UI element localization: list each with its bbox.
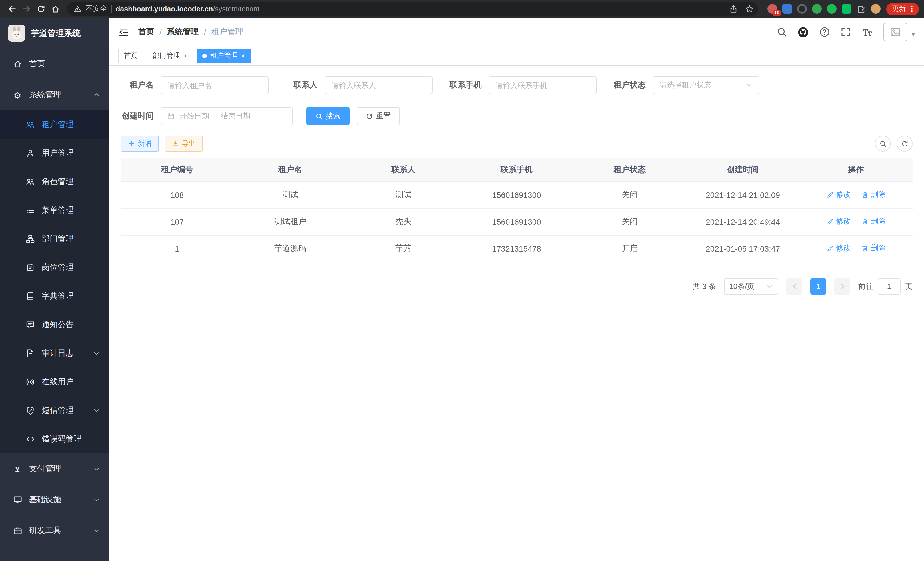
cell-tenant-name: 测试	[234, 181, 347, 208]
status-select-placeholder: 请选择租户状态	[659, 80, 711, 90]
home-icon	[13, 59, 22, 69]
sidebar-item-tenant[interactable]: 租户管理	[0, 110, 109, 139]
delete-button[interactable]: 删除	[861, 190, 886, 200]
delete-button[interactable]: 删除	[861, 217, 886, 227]
sidebar-toggle-button[interactable]	[118, 27, 129, 38]
phone-input[interactable]	[489, 77, 596, 94]
sidebar-item-dept[interactable]: 部门管理	[0, 225, 109, 253]
extension-icon-4[interactable]	[812, 4, 822, 14]
extension-icon-2[interactable]	[782, 4, 792, 14]
sidebar-item-home[interactable]: 首页	[0, 49, 109, 80]
toggle-search-button[interactable]	[875, 135, 891, 152]
avatar-caret-icon[interactable]: ▾	[912, 31, 915, 38]
close-icon[interactable]: ×	[241, 52, 245, 59]
share-icon[interactable]	[729, 5, 738, 13]
browser-update-button[interactable]: 更新 ⋮	[886, 3, 919, 15]
sidebar-item-post[interactable]: 岗位管理	[0, 253, 109, 282]
extension-icon-5[interactable]	[827, 4, 837, 14]
total-count: 共 3 条	[693, 281, 716, 291]
browser-forward-button[interactable]	[20, 2, 34, 16]
edit-button[interactable]: 修改	[826, 190, 851, 200]
sidebar-item-label: 首页	[29, 59, 45, 69]
sidebar-item-label: 菜单管理	[42, 205, 74, 216]
edit-button[interactable]: 修改	[826, 217, 851, 227]
contact-input[interactable]	[325, 77, 432, 94]
refresh-table-button[interactable]	[897, 135, 913, 152]
sidebar-item-role[interactable]: 角色管理	[0, 168, 109, 196]
cell-tenant-id: 107	[121, 208, 234, 235]
delete-button[interactable]: 删除	[861, 243, 886, 254]
goto-page-input[interactable]	[878, 278, 901, 294]
column-header: 联系手机	[460, 158, 573, 181]
tenant-name-input[interactable]	[161, 77, 268, 94]
bookmark-star-icon[interactable]	[745, 5, 754, 13]
export-button[interactable]: 导出	[165, 135, 203, 152]
phone-label: 联系手机	[448, 80, 482, 90]
prev-page-button[interactable]	[786, 278, 802, 294]
sidebar-item-menu[interactable]: 菜单管理	[0, 196, 109, 225]
tab-tenant[interactable]: 租户管理 ×	[196, 48, 251, 63]
sidebar-item-label: 基础设施	[29, 495, 61, 505]
sidebar-item-infra[interactable]: 基础设施	[0, 484, 109, 515]
gear-icon: ⚙	[13, 91, 22, 99]
sidebar-item-label: 角色管理	[42, 177, 74, 187]
sidebar-item-pay[interactable]: ¥ 支付管理	[0, 453, 109, 484]
search-button[interactable]: 搜索	[306, 107, 350, 125]
filter-row-1: 租户名 联系人 联系手机 租户状态 请选择租户状态	[121, 76, 913, 94]
address-bar[interactable]: 不安全 dashboard.yudao.iocoder.cn/system/te…	[67, 2, 758, 16]
sidebar-item-devtool[interactable]: 研发工具	[0, 515, 109, 546]
extensions-row: 10	[767, 4, 880, 14]
browser-back-button[interactable]	[5, 2, 20, 16]
reset-button[interactable]: 重置	[357, 107, 400, 125]
extension-icon-6[interactable]	[842, 4, 851, 14]
status-select[interactable]: 请选择租户状态	[652, 76, 759, 94]
chevron-up-icon	[93, 92, 100, 98]
breadcrumb-system[interactable]: 系统管理	[167, 27, 199, 37]
badge-icon	[25, 263, 35, 272]
tenants-icon	[25, 120, 35, 129]
yen-icon: ¥	[13, 465, 22, 473]
extension-icon-1[interactable]: 10	[767, 4, 777, 14]
sidebar-item-error-code[interactable]: 错误码管理	[0, 425, 109, 453]
tab-home[interactable]: 首页	[118, 48, 143, 63]
tab-dept[interactable]: 部门管理 ×	[147, 48, 193, 63]
sidebar-item-notice[interactable]: 通知公告	[0, 311, 109, 339]
chevron-down-icon	[93, 350, 100, 357]
sidebar-item-sms[interactable]: 短信管理	[0, 396, 109, 425]
cell-tenant-name: 测试租户	[234, 208, 347, 235]
extension-icon-3[interactable]	[797, 4, 807, 14]
close-icon[interactable]: ×	[183, 52, 188, 59]
sidebar-item-user[interactable]: 用户管理	[0, 139, 109, 168]
sidebar-item-online-user[interactable]: 在线用户	[0, 368, 109, 396]
search-icon[interactable]	[777, 27, 787, 37]
cell-phone: 15601691300	[460, 208, 573, 235]
add-button[interactable]: 新增	[121, 135, 159, 152]
puzzle-extensions-icon[interactable]	[856, 4, 866, 14]
cell-actions: 修改 删除	[800, 235, 913, 262]
table-row: 108 测试 测试 15601691300 关闭 2021-12-14 21:0…	[121, 181, 913, 208]
cell-actions: 修改 删除	[800, 181, 913, 208]
page-number-current[interactable]: 1	[810, 278, 826, 294]
sidebar-item-audit-log[interactable]: 审计日志	[0, 339, 109, 368]
omnibox-divider	[111, 5, 112, 13]
date-range-picker[interactable]: 开始日期 - 结束日期	[160, 107, 292, 125]
browser-menu-icon[interactable]: ⋮	[908, 5, 915, 13]
warning-icon	[74, 5, 82, 13]
column-header: 租户状态	[573, 158, 686, 181]
book-icon	[25, 292, 35, 301]
sidebar-item-dict[interactable]: 字典管理	[0, 282, 109, 311]
next-page-button[interactable]	[834, 278, 850, 294]
edit-button[interactable]: 修改	[826, 243, 851, 254]
github-icon[interactable]	[798, 27, 809, 38]
browser-refresh-button[interactable]	[34, 2, 48, 16]
font-size-icon[interactable]	[862, 27, 873, 38]
breadcrumb-home[interactable]: 首页	[138, 27, 154, 37]
profile-avatar-icon[interactable]	[871, 4, 880, 14]
column-header: 联系人	[347, 158, 460, 181]
help-icon[interactable]	[820, 27, 830, 37]
page-size-select[interactable]: 10条/页	[724, 278, 778, 294]
sidebar-item-system[interactable]: ⚙ 系统管理	[0, 80, 109, 110]
fullscreen-icon[interactable]	[841, 27, 851, 37]
user-avatar[interactable]	[884, 23, 908, 41]
browser-home-button[interactable]	[48, 2, 62, 16]
